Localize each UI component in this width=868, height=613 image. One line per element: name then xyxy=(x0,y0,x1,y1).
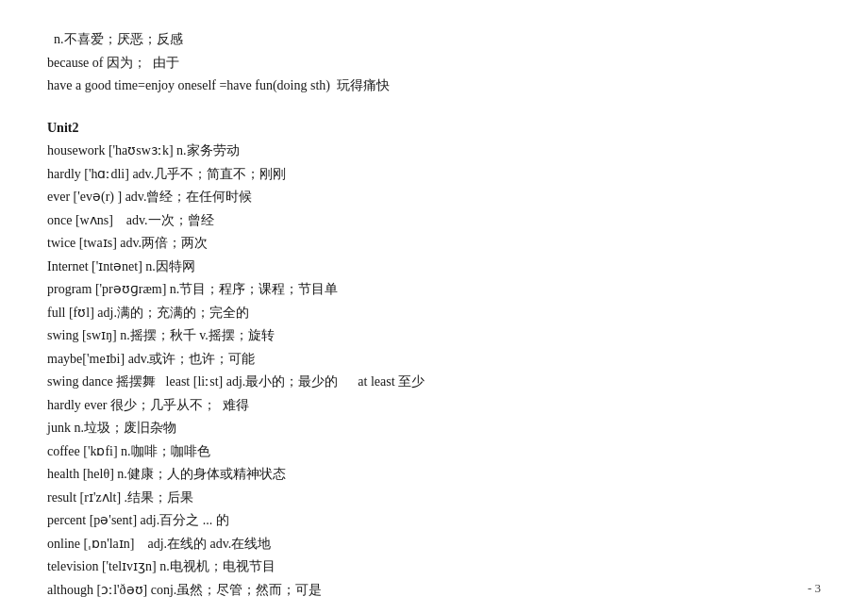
line-full: full [fʊl] adj.满的；充满的；完全的 xyxy=(47,302,821,325)
page-number: - 3 xyxy=(808,581,821,596)
line-result: result [rɪ'zʌlt] .结果；后果 xyxy=(47,487,821,510)
line-ever: ever ['evə(r) ] adv.曾经；在任何时候 xyxy=(47,186,821,209)
unit2-heading: Unit2 xyxy=(47,117,821,141)
line-online: online [ˌɒn'laɪn] adj.在线的 adv.在线地 xyxy=(47,533,821,556)
line-hardly-ever: hardly ever 很少；几乎从不； 难得 xyxy=(47,394,821,418)
line-3: have a good time=enjoy oneself =have fun… xyxy=(47,75,821,98)
line-television: television ['telɪvɪʒn] n.电视机；电视节目 xyxy=(47,555,821,579)
empty-line-1 xyxy=(47,98,821,108)
line-percent: percent [pə'sent] adj.百分之 ... 的 xyxy=(47,509,821,533)
line-coffee: coffee ['kɒfi] n.咖啡；咖啡色 xyxy=(47,440,821,464)
line-1: n.不喜爱；厌恶；反感 xyxy=(47,28,821,52)
line-maybe: maybe['meɪbi] adv.或许；也许；可能 xyxy=(47,348,821,372)
line-hardly: hardly ['hɑːdli] adv.几乎不；简直不；刚刚 xyxy=(47,163,821,187)
line-twice: twice [twaɪs] adv.两倍；两次 xyxy=(47,232,821,256)
empty-line-2 xyxy=(47,108,821,117)
line-program: program ['prəʊɡræm] n.节目；程序；课程；节目单 xyxy=(47,278,821,302)
line-swing: swing [swɪŋ] n.摇摆；秋千 v.摇摆；旋转 xyxy=(47,324,821,348)
page-content: n.不喜爱；厌恶；反感 because of 因为； 由于 have a goo… xyxy=(0,0,868,613)
line-although: although [ɔːl'ðəʊ] conj.虽然；尽管；然而；可是 xyxy=(47,579,821,603)
line-health: health [helθ] n.健康；人的身体或精神状态 xyxy=(47,463,821,487)
line-junk: junk n.垃圾；废旧杂物 xyxy=(47,417,821,440)
line-internet: Internet ['ɪntənet] n.因特网 xyxy=(47,256,821,279)
line-2: because of 因为； 由于 xyxy=(47,52,821,75)
line-swing-dance: swing dance 摇摆舞 least [liːst] adj.最小的；最少… xyxy=(47,371,821,394)
line-housework: housework ['haʊswɜːk] n.家务劳动 xyxy=(47,140,821,163)
line-once: once [wʌns] adv.一次；曾经 xyxy=(47,209,821,233)
